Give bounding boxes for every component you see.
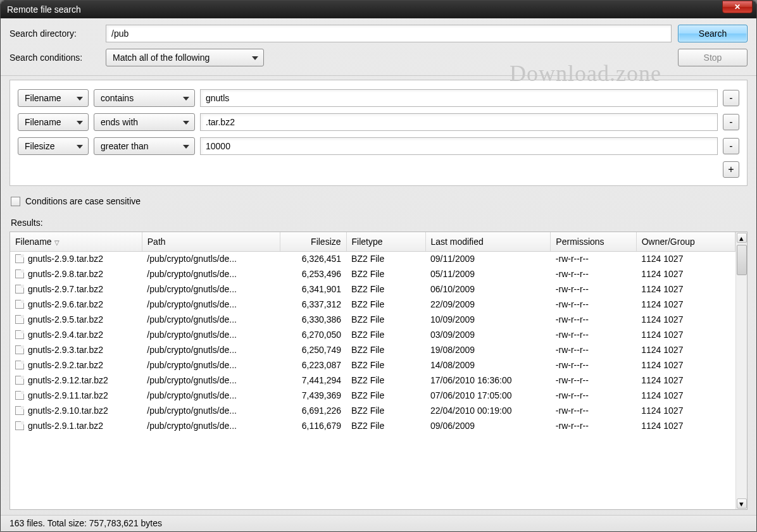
cell-permissions: -rw-r--r-- [551, 266, 636, 281]
condition-value-input[interactable] [200, 137, 718, 155]
case-sensitive-label: Conditions are case sensitive [25, 196, 141, 206]
table-row[interactable]: gnutls-2.9.12.tar.bz2/pub/crypto/gnutls/… [10, 373, 735, 388]
remove-condition-button[interactable]: - [723, 138, 739, 154]
file-icon [15, 406, 24, 415]
close-icon: ✕ [734, 3, 741, 11]
col-last-modified[interactable]: Last modified [425, 232, 551, 251]
file-icon [15, 361, 24, 369]
window: Remote file search ✕ Search directory: S… [0, 0, 757, 532]
table-row[interactable]: gnutls-2.9.3.tar.bz2/pub/crypto/gnutls/d… [10, 342, 735, 357]
match-mode-select[interactable]: Match all of the following [106, 49, 264, 66]
cell-owner-group: 1124 1027 [636, 251, 735, 266]
condition-row: Filenameends with- [18, 113, 739, 131]
table-row[interactable]: gnutls-2.9.8.tar.bz2/pub/crypto/gnutls/d… [10, 266, 735, 281]
cell-filetype: BZ2 File [346, 312, 425, 327]
titlebar[interactable]: Remote file search ✕ [1, 1, 756, 18]
cell-filetype: BZ2 File [346, 327, 425, 342]
search-directory-input[interactable] [106, 25, 672, 42]
table-row[interactable]: gnutls-2.9.9.tar.bz2/pub/crypto/gnutls/d… [10, 251, 735, 266]
content: Search directory: Search Search conditio… [1, 18, 756, 531]
cell-permissions: -rw-r--r-- [551, 418, 636, 433]
cell-path: /pub/crypto/gnutls/de... [142, 342, 280, 357]
file-icon [15, 345, 24, 354]
cell-permissions: -rw-r--r-- [551, 357, 636, 373]
scroll-up-icon[interactable]: ▴ [737, 233, 747, 243]
cell-filename: gnutls-2.9.4.tar.bz2 [10, 327, 142, 342]
condition-op-select[interactable]: greater than [94, 137, 195, 155]
table-row[interactable]: gnutls-2.9.10.tar.bz2/pub/crypto/gnutls/… [10, 403, 735, 418]
cell-path: /pub/crypto/gnutls/de... [142, 281, 280, 297]
condition-field-select[interactable]: Filename [18, 89, 89, 107]
col-filesize[interactable]: Filesize [280, 232, 346, 251]
cell-last-modified: 05/11/2009 [425, 266, 551, 281]
cell-filesize: 6,270,050 [280, 327, 346, 342]
condition-op-select[interactable]: ends with [94, 113, 195, 131]
close-button[interactable]: ✕ [722, 1, 753, 13]
cell-filetype: BZ2 File [346, 297, 425, 312]
search-conditions-label: Search conditions: [9, 53, 99, 63]
table-row[interactable]: gnutls-2.9.4.tar.bz2/pub/crypto/gnutls/d… [10, 327, 735, 342]
table-row[interactable]: gnutls-2.9.5.tar.bz2/pub/crypto/gnutls/d… [10, 312, 735, 327]
case-sensitive-checkbox[interactable] [11, 197, 20, 206]
scrollbar[interactable]: ▴ ▾ [735, 232, 747, 509]
cell-owner-group: 1124 1027 [636, 388, 735, 403]
condition-value-input[interactable] [200, 113, 718, 131]
cell-filetype: BZ2 File [346, 373, 425, 388]
remove-condition-button[interactable]: - [723, 114, 739, 130]
cell-permissions: -rw-r--r-- [551, 312, 636, 327]
file-icon [15, 315, 24, 324]
condition-value-input[interactable] [200, 89, 718, 107]
cell-filetype: BZ2 File [346, 403, 425, 418]
table-row[interactable]: gnutls-2.9.11.tar.bz2/pub/crypto/gnutls/… [10, 388, 735, 403]
cell-owner-group: 1124 1027 [636, 297, 735, 312]
remove-condition-button[interactable]: - [723, 90, 739, 106]
cell-filetype: BZ2 File [346, 342, 425, 357]
col-filename[interactable]: Filename▽ [10, 232, 142, 251]
col-filetype[interactable]: Filetype [346, 232, 425, 251]
col-path[interactable]: Path [142, 232, 280, 251]
cell-filesize: 6,341,901 [280, 281, 346, 297]
cell-path: /pub/crypto/gnutls/de... [142, 312, 280, 327]
conditions-panel: Filenamecontains-Filenameends with-Files… [9, 80, 748, 186]
condition-op-select[interactable]: contains [94, 89, 195, 107]
cell-path: /pub/crypto/gnutls/de... [142, 251, 280, 266]
cell-last-modified: 03/09/2009 [425, 327, 551, 342]
col-permissions[interactable]: Permissions [551, 232, 636, 251]
cell-filetype: BZ2 File [346, 266, 425, 281]
cell-last-modified: 14/08/2009 [425, 357, 551, 373]
file-icon [15, 269, 24, 278]
cell-owner-group: 1124 1027 [636, 266, 735, 281]
cell-permissions: -rw-r--r-- [551, 388, 636, 403]
cell-permissions: -rw-r--r-- [551, 281, 636, 297]
scroll-down-icon[interactable]: ▾ [737, 498, 747, 509]
cell-path: /pub/crypto/gnutls/de... [142, 388, 280, 403]
cell-permissions: -rw-r--r-- [551, 373, 636, 388]
condition-field-select[interactable]: Filesize [18, 137, 89, 155]
table-row[interactable]: gnutls-2.9.2.tar.bz2/pub/crypto/gnutls/d… [10, 357, 735, 373]
cell-last-modified: 07/06/2010 17:05:00 [425, 388, 551, 403]
col-owner-group[interactable]: Owner/Group [636, 232, 735, 251]
table-row[interactable]: gnutls-2.9.7.tar.bz2/pub/crypto/gnutls/d… [10, 281, 735, 297]
add-condition-button[interactable]: + [723, 161, 739, 178]
cell-permissions: -rw-r--r-- [551, 342, 636, 357]
cell-filename: gnutls-2.9.6.tar.bz2 [10, 297, 142, 312]
cell-filename: gnutls-2.9.8.tar.bz2 [10, 266, 142, 281]
condition-row: Filesizegreater than- [18, 137, 739, 155]
cell-path: /pub/crypto/gnutls/de... [142, 266, 280, 281]
scroll-thumb[interactable] [737, 245, 747, 275]
cell-owner-group: 1124 1027 [636, 418, 735, 433]
condition-field-select[interactable]: Filename [18, 113, 89, 131]
results-label: Results: [1, 214, 756, 232]
cell-permissions: -rw-r--r-- [551, 403, 636, 418]
search-button[interactable]: Search [678, 25, 748, 42]
stop-button[interactable]: Stop [678, 49, 748, 66]
cell-owner-group: 1124 1027 [636, 327, 735, 342]
cell-filesize: 6,223,087 [280, 357, 346, 373]
table-row[interactable]: gnutls-2.9.1.tar.bz2/pub/crypto/gnutls/d… [10, 418, 735, 433]
cell-filetype: BZ2 File [346, 251, 425, 266]
table-row[interactable]: gnutls-2.9.6.tar.bz2/pub/crypto/gnutls/d… [10, 297, 735, 312]
cell-last-modified: 06/10/2009 [425, 281, 551, 297]
cell-owner-group: 1124 1027 [636, 357, 735, 373]
file-icon [15, 391, 24, 400]
cell-filesize: 6,116,679 [280, 418, 346, 433]
